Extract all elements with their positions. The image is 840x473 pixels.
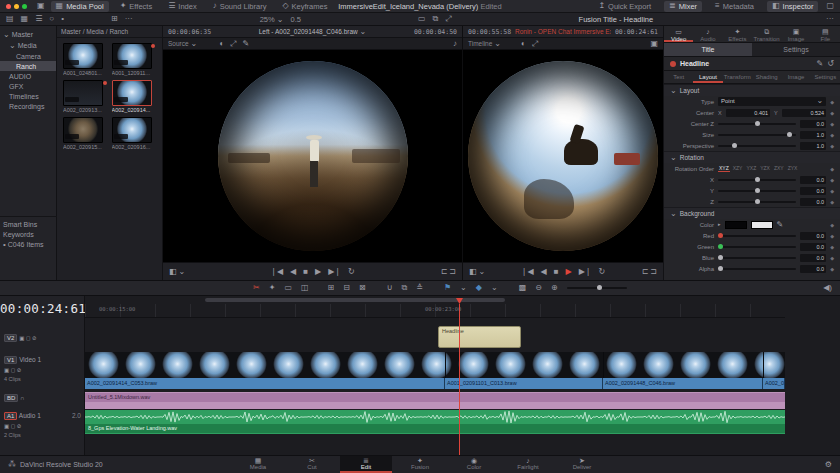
track-v2-header[interactable]: V2 ▣ ◻ ⊘: [0, 332, 85, 344]
page-deliver[interactable]: ➤Deliver: [556, 456, 608, 473]
keyframe-icon[interactable]: ◆: [830, 244, 834, 250]
perspective-field[interactable]: 1.0: [800, 142, 826, 150]
keyframes-toggle[interactable]: ◇Keyframes: [277, 1, 332, 12]
timeline-scrollbar[interactable]: [85, 298, 785, 302]
page-edit[interactable]: ≣Edit: [340, 456, 392, 473]
link-clips-icon[interactable]: ⧉: [402, 284, 408, 292]
rotation-section-header[interactable]: ⌄Rotation: [664, 151, 840, 163]
thumbnail-view-icon[interactable]: ▦: [21, 15, 29, 23]
smart-bins[interactable]: Smart Bins: [0, 219, 57, 229]
page-cut[interactable]: ✂Cut: [286, 456, 338, 473]
title-subtab[interactable]: Title: [664, 43, 752, 56]
minimize-window-icon[interactable]: [14, 4, 19, 9]
inspector-menu-icon[interactable]: ···: [826, 15, 834, 23]
snapping-icon[interactable]: ∪: [387, 284, 393, 292]
sound-library-toggle[interactable]: ♪Sound Library: [208, 1, 272, 12]
center-x-field[interactable]: 0.401: [726, 109, 770, 117]
type-dropdown[interactable]: Point⌄: [718, 97, 826, 106]
bin-gfx[interactable]: GFX: [0, 81, 56, 91]
green-slider[interactable]: [718, 246, 796, 248]
play-icon[interactable]: ▶: [315, 268, 321, 276]
video-clip[interactable]: A001_02091101_C013.braw: [445, 378, 603, 389]
audio-clip[interactable]: 8_Gps Elevation-Water Landing.wav: [85, 410, 785, 434]
transform-tool-icon[interactable]: ⤢: [230, 40, 236, 48]
stop-icon[interactable]: ■: [554, 268, 559, 276]
project-settings-gear-icon[interactable]: ⚙: [825, 461, 832, 469]
pool-clip[interactable]: A002_020913...: [63, 80, 108, 113]
audio-overlay-icon[interactable]: ♪: [453, 40, 457, 48]
immersive-view-icon[interactable]: ◐: [521, 40, 526, 48]
timeline-ruler[interactable]: 00:00:15:00 00:00:23:00: [85, 304, 785, 318]
selection-mode-icon[interactable]: ▭: [284, 284, 292, 292]
bin-audio[interactable]: AUDIO: [0, 71, 56, 81]
step-back-icon[interactable]: ◀: [290, 268, 296, 276]
page-layout-icon[interactable]: ▣: [37, 2, 45, 10]
keyframe-icon[interactable]: ◆: [830, 199, 834, 205]
foreground-color-swatch[interactable]: [751, 221, 773, 229]
keyframe-icon[interactable]: ◆: [830, 166, 834, 172]
bin-master[interactable]: ⌄ Master: [0, 29, 56, 40]
source-mode-select[interactable]: Source ⌄: [168, 40, 197, 48]
play-icon-active[interactable]: ▶: [566, 268, 572, 276]
go-last-frame-icon[interactable]: ▶❘: [328, 268, 341, 276]
spatial-audio-clip[interactable]: Untitled_5.1Mixdown.wav: [85, 392, 785, 409]
keyframe-icon[interactable]: ◆: [830, 255, 834, 261]
keyframe-icon[interactable]: ◆: [830, 99, 834, 105]
go-first-frame-icon[interactable]: ❘◀: [521, 268, 534, 276]
blue-slider[interactable]: [718, 257, 796, 259]
keyframe-icon[interactable]: ◆: [830, 222, 834, 228]
zoom-out-icon[interactable]: ⊖: [535, 284, 542, 292]
mark-in-icon[interactable]: ⊏: [441, 268, 448, 276]
size-field[interactable]: 1.0: [800, 131, 826, 139]
pool-clip[interactable]: A001_120911...: [112, 43, 157, 76]
position-lock-icon[interactable]: ≙: [416, 284, 423, 292]
center-y-field[interactable]: 0.524: [782, 109, 826, 117]
subtab-layout[interactable]: Layout: [693, 71, 722, 83]
track-v1-header[interactable]: V1 Video 1 ▣ ◻ ⊘ 4 Clips: [0, 354, 85, 384]
metadata-toggle[interactable]: ≡Metadata: [710, 1, 759, 12]
list-view-icon[interactable]: ☰: [35, 15, 42, 23]
viewer-expand-icon[interactable]: ⤢: [445, 15, 451, 23]
track-a1-header[interactable]: A1 Audio 1 2.0 ▣ ◻ ⊘ 2 Clips: [0, 410, 85, 440]
close-window-icon[interactable]: [6, 4, 11, 9]
bin-list-icon[interactable]: ▤: [6, 15, 14, 23]
quick-export-button[interactable]: ↥Quick Export: [593, 1, 656, 12]
clip-thumbnail[interactable]: [112, 117, 152, 143]
tab-effects[interactable]: ✦Effects: [723, 26, 752, 42]
bin-recordings[interactable]: Recordings: [0, 101, 56, 111]
rotation-z-slider[interactable]: [718, 201, 796, 203]
eyedropper-icon[interactable]: ✎: [777, 221, 784, 229]
alpha-slider[interactable]: [718, 268, 796, 270]
source-clip-name[interactable]: Left - A002_02091448_C046.braw ⌄: [259, 28, 367, 36]
clip-thumbnail[interactable]: [63, 80, 103, 106]
video-clip[interactable]: A002_02091414_C053.braw: [85, 378, 445, 389]
inspector-toggle[interactable]: ◧Inspector: [767, 1, 818, 12]
rotation-x-slider[interactable]: [718, 179, 796, 181]
mixer-toggle[interactable]: ≣Mixer: [664, 1, 702, 12]
track-bd-header[interactable]: BD ∩: [0, 392, 85, 404]
center-z-field[interactable]: 0.0: [800, 120, 826, 128]
pool-clip[interactable]: A002_020916...: [112, 117, 157, 150]
viewer-gain-value[interactable]: 0.5: [290, 15, 300, 24]
media-pool-toggle[interactable]: ▦Media Pool: [51, 1, 109, 12]
keywords-bin[interactable]: Keywords: [0, 229, 57, 239]
subtab-text[interactable]: Text: [664, 71, 693, 83]
rotation-x-field[interactable]: 0.0: [800, 176, 826, 184]
bin-ranch[interactable]: Ranch: [0, 61, 56, 71]
loop-icon[interactable]: ↻: [599, 268, 606, 276]
red-field[interactable]: 0.0: [800, 232, 826, 240]
layout-section-header[interactable]: ⌄Layout: [664, 84, 840, 96]
subtab-settings[interactable]: Settings: [811, 71, 840, 83]
mark-out-icon[interactable]: ⊐: [449, 268, 456, 276]
loop-icon[interactable]: ↻: [348, 268, 355, 276]
dynamic-trim-icon[interactable]: ◫: [301, 284, 309, 292]
reset-node-icon[interactable]: ↺: [827, 60, 834, 68]
rotation-y-field[interactable]: 0.0: [800, 187, 826, 195]
tab-video[interactable]: ▭Video: [664, 26, 693, 42]
search-icon[interactable]: ○: [49, 15, 54, 23]
effects-toggle[interactable]: ✦Effects: [115, 1, 158, 12]
clip-thumbnail[interactable]: [63, 117, 103, 143]
mark-out-icon[interactable]: ⊐: [650, 268, 657, 276]
step-back-icon[interactable]: ◀: [541, 268, 547, 276]
marker-icon[interactable]: ◆: [476, 284, 482, 292]
